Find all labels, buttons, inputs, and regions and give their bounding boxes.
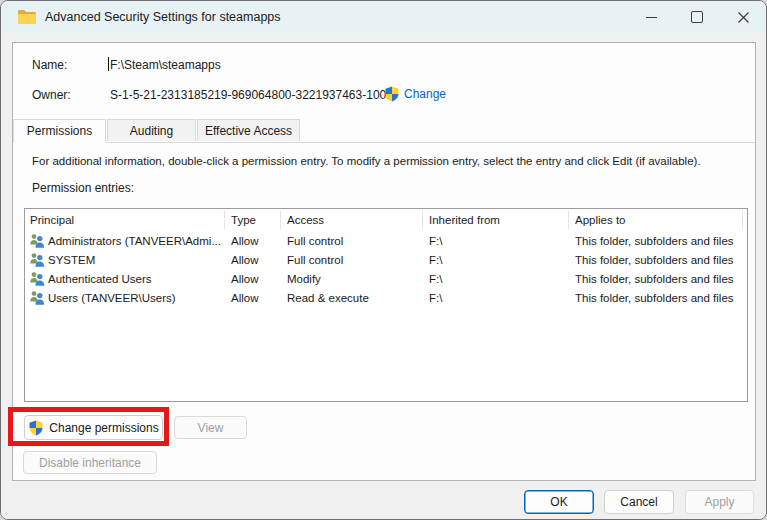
owner-change-label: Change bbox=[404, 87, 446, 101]
permission-entries-table: Principal Type Access Inherited from App… bbox=[24, 208, 748, 402]
cell-access: Read & execute bbox=[281, 292, 423, 304]
disable-inheritance-button[interactable]: Disable inheritance bbox=[23, 451, 157, 474]
uac-shield-icon bbox=[28, 420, 44, 436]
tab-strip: Permissions Auditing Effective Access bbox=[13, 119, 755, 143]
text-caret bbox=[108, 57, 109, 71]
cell-access: Modify bbox=[281, 273, 423, 285]
close-icon bbox=[738, 12, 749, 23]
column-header-principal[interactable]: Principal bbox=[25, 211, 225, 229]
table-header: Principal Type Access Inherited from App… bbox=[25, 209, 747, 231]
column-header-access[interactable]: Access bbox=[281, 211, 423, 229]
name-value[interactable]: F:\Steam\steamapps bbox=[110, 58, 221, 72]
cell-principal: SYSTEM bbox=[48, 254, 95, 266]
view-button[interactable]: View bbox=[174, 416, 247, 439]
titlebar: Advanced Security Settings for steamapps bbox=[1, 1, 766, 33]
cell-principal: Administrators (TANVEER\Admi... bbox=[48, 235, 221, 247]
uac-shield-icon bbox=[384, 86, 400, 102]
column-header-inherited-from[interactable]: Inherited from bbox=[423, 211, 569, 229]
instruction-text: For additional information, double-click… bbox=[32, 155, 738, 167]
advanced-security-settings-window: Advanced Security Settings for steamapps… bbox=[0, 0, 767, 520]
maximize-icon bbox=[691, 11, 703, 23]
owner-label: Owner: bbox=[32, 88, 71, 102]
column-header-applies-to[interactable]: Applies to bbox=[569, 211, 743, 229]
table-row[interactable]: Authenticated Users Allow Modify F:\ Thi… bbox=[25, 269, 747, 288]
users-group-icon bbox=[29, 271, 45, 286]
minimize-icon bbox=[646, 17, 657, 18]
cell-applies-to: This folder, subfolders and files bbox=[569, 292, 743, 304]
cell-inherited-from: F:\ bbox=[423, 292, 569, 304]
cancel-button[interactable]: Cancel bbox=[604, 490, 674, 514]
cell-type: Allow bbox=[225, 254, 281, 266]
table-row[interactable]: Users (TANVEER\Users) Allow Read & execu… bbox=[25, 288, 747, 307]
cell-principal: Users (TANVEER\Users) bbox=[48, 292, 176, 304]
minimize-button[interactable] bbox=[628, 1, 674, 33]
cell-access: Full control bbox=[281, 235, 423, 247]
folder-icon bbox=[17, 9, 36, 25]
change-permissions-label: Change permissions bbox=[49, 421, 158, 435]
cell-applies-to: This folder, subfolders and files bbox=[569, 254, 743, 266]
tab-auditing[interactable]: Auditing bbox=[107, 119, 196, 141]
cell-type: Allow bbox=[225, 273, 281, 285]
cell-inherited-from: F:\ bbox=[423, 254, 569, 266]
cell-access: Full control bbox=[281, 254, 423, 266]
users-group-icon bbox=[29, 252, 45, 267]
cell-type: Allow bbox=[225, 292, 281, 304]
users-group-icon bbox=[29, 233, 45, 248]
apply-button[interactable]: Apply bbox=[685, 490, 754, 514]
owner-change-link[interactable]: Change bbox=[384, 86, 446, 102]
tab-permissions[interactable]: Permissions bbox=[13, 119, 106, 143]
window-title: Advanced Security Settings for steamapps bbox=[45, 10, 281, 24]
cell-principal: Authenticated Users bbox=[48, 273, 152, 285]
cell-inherited-from: F:\ bbox=[423, 273, 569, 285]
table-row[interactable]: Administrators (TANVEER\Admi... Allow Fu… bbox=[25, 231, 747, 250]
dialog-footer: OK Cancel Apply bbox=[1, 481, 766, 520]
cell-applies-to: This folder, subfolders and files bbox=[569, 235, 743, 247]
owner-value: S-1-5-21-2313185219-969064800-3221937463… bbox=[110, 88, 393, 102]
cell-type: Allow bbox=[225, 235, 281, 247]
column-header-type[interactable]: Type bbox=[225, 211, 281, 229]
content-panel: Name: F:\Steam\steamapps Owner: S-1-5-21… bbox=[12, 42, 756, 481]
users-group-icon bbox=[29, 290, 45, 305]
tab-effective-access[interactable]: Effective Access bbox=[197, 119, 300, 141]
permission-entries-label: Permission entries: bbox=[32, 181, 134, 195]
column-header-filler bbox=[743, 211, 748, 229]
ok-button[interactable]: OK bbox=[524, 490, 594, 514]
cell-inherited-from: F:\ bbox=[423, 235, 569, 247]
maximize-button[interactable] bbox=[674, 1, 720, 33]
change-permissions-button[interactable]: Change permissions bbox=[24, 415, 163, 440]
close-button[interactable] bbox=[720, 1, 766, 33]
table-row[interactable]: SYSTEM Allow Full control F:\ This folde… bbox=[25, 250, 747, 269]
caption-buttons bbox=[628, 1, 766, 33]
name-label: Name: bbox=[32, 58, 67, 72]
cell-applies-to: This folder, subfolders and files bbox=[569, 273, 743, 285]
